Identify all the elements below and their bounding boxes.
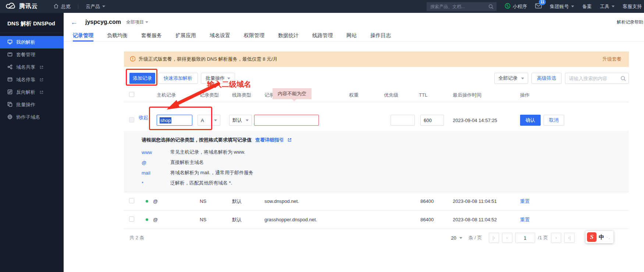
ttl-input[interactable]: [420, 115, 444, 126]
sidebar-item-plan-management[interactable]: 套餐管理: [0, 49, 64, 61]
column-line: 线路类型: [228, 92, 260, 99]
record-help-link[interactable]: 解析记录帮助: [617, 19, 643, 25]
ime-toolbar[interactable]: S 中 ·,: [586, 231, 613, 243]
topbar-search: [427, 2, 497, 11]
collapse-link[interactable]: 收起: [139, 114, 148, 121]
external-link-icon: [40, 65, 43, 70]
help-desc: 直接解析主域名: [170, 159, 204, 166]
batch-operation-dropdown[interactable]: 批量操作: [201, 73, 235, 84]
nav-products[interactable]: 云产品: [86, 3, 105, 10]
next-page-button[interactable]: ›: [551, 233, 561, 243]
first-page-button[interactable]: |‹: [489, 233, 499, 243]
sidebar-item-domain-sharing[interactable]: 域名共享: [0, 61, 64, 74]
page-number-input[interactable]: [515, 233, 535, 243]
tab-record-management[interactable]: 记录管理: [73, 31, 93, 42]
line-type-select[interactable]: 默认: [229, 115, 252, 126]
sidebar-item-domain-parking[interactable]: 域名停靠: [0, 74, 64, 86]
tab-extended-apps[interactable]: 扩展应用: [175, 31, 196, 42]
icp-filing[interactable]: 备案: [582, 3, 592, 10]
sidebar-item-collaborative-subdomain[interactable]: 协作子域名: [0, 111, 64, 124]
support-label: 客服支持: [623, 3, 642, 10]
reset-link[interactable]: 重置: [520, 198, 530, 204]
status-dot-icon: [146, 200, 148, 203]
last-page-button[interactable]: ›|: [564, 233, 574, 243]
record-toolbar: 添加记录 快速添加解析 批量操作 全部记录 高级筛选: [124, 73, 629, 84]
time-value: 2023-08-08 11:04:52: [448, 217, 516, 222]
chevron-down-icon: [227, 78, 230, 81]
advanced-filter-button[interactable]: 高级筛选: [531, 73, 562, 84]
record-edit-row: 收起 shop A 默认 2023-: [124, 102, 629, 131]
quick-add-button[interactable]: 快速添加解析: [158, 73, 198, 84]
sidebar-title: DNS 解析 DNSPod: [0, 13, 64, 33]
sidebar-item-reverse-resolution[interactable]: 反向解析: [0, 86, 64, 99]
view-guide-link[interactable]: 查看详细指引: [255, 137, 284, 143]
messages-button[interactable]: 11: [535, 3, 542, 10]
ime-language-indicator: 中: [599, 234, 604, 241]
host-record-selected-text: shop: [160, 117, 171, 124]
prev-page-button[interactable]: ‹: [502, 233, 512, 243]
external-link-icon: [40, 77, 43, 83]
tab-load-balancing[interactable]: 负载均衡: [107, 31, 128, 42]
record-value: grasshopper.dnspod.net.: [260, 217, 345, 222]
chevron-down-icon: [571, 6, 574, 9]
tab-operation-log[interactable]: 操作日志: [370, 31, 391, 42]
help-key-link[interactable]: @: [142, 160, 170, 165]
page-size-unit: 条 / 页: [469, 235, 482, 241]
domain-title: jyspcyg.com: [85, 19, 121, 25]
line-value: 默认: [228, 198, 260, 205]
row-checkbox[interactable]: [129, 216, 134, 222]
divider: [78, 4, 78, 9]
page-header: ← jyspcyg.com 全部项目 解析记录帮助: [64, 13, 644, 31]
topbar-search-input[interactable]: [427, 2, 497, 11]
reset-link[interactable]: 重置: [520, 217, 530, 222]
group-account[interactable]: 集团账号: [550, 3, 574, 10]
sidebar-item-batch-operation[interactable]: 批量操作: [0, 99, 64, 111]
external-link-icon: [288, 137, 292, 143]
swap-document-icon: [7, 89, 13, 96]
tab-website[interactable]: 网站: [346, 31, 357, 42]
error-tooltip: 内容不能为空: [273, 88, 312, 99]
column-actions: 操作: [516, 92, 629, 99]
nav-products-label: 云产品: [86, 3, 100, 10]
row-checkbox[interactable]: [129, 198, 134, 203]
table-row: @ NS 默认 grasshopper.dnspod.net. 86400 20…: [124, 211, 629, 229]
record-type-select[interactable]: A: [198, 115, 220, 126]
type-value: NS: [195, 198, 228, 204]
brand-name: 腾讯云: [19, 3, 38, 10]
weight-input[interactable]: [391, 115, 415, 126]
select-all-checkbox[interactable]: [129, 92, 134, 97]
tab-line-management[interactable]: 线路管理: [312, 31, 333, 42]
help-key-link[interactable]: *: [142, 180, 170, 186]
tab-data-statistics[interactable]: 数据统计: [278, 31, 299, 42]
mini-program[interactable]: 小程序: [505, 3, 527, 10]
page-size-select[interactable]: 20: [448, 233, 465, 243]
add-record-button[interactable]: 添加记录: [129, 73, 155, 84]
tools-menu[interactable]: 工具: [600, 3, 615, 10]
help-key-link[interactable]: www: [142, 150, 170, 155]
tencent-cloud-logo[interactable]: 腾讯云: [0, 2, 38, 11]
chevron-down-icon: [214, 119, 217, 123]
back-arrow-icon[interactable]: ←: [71, 19, 78, 26]
support-menu[interactable]: 客服支持: [623, 3, 642, 10]
mini-program-label: 小程序: [513, 3, 527, 10]
status-dot-icon: [146, 218, 148, 221]
sidebar-item-my-resolution[interactable]: 我的解析: [0, 36, 64, 49]
host-record-input[interactable]: shop: [157, 115, 192, 126]
help-key-link[interactable]: mail: [142, 170, 170, 176]
column-ttl: TTL: [414, 92, 448, 98]
chevron-down-icon: [612, 6, 615, 9]
tab-plan-services[interactable]: 套餐服务: [141, 31, 162, 42]
project-filter[interactable]: 全部项目: [126, 19, 148, 25]
record-filter-select[interactable]: 全部记录: [494, 73, 528, 84]
nav-overview[interactable]: 总览: [53, 3, 71, 10]
tab-domain-settings[interactable]: 域名设置: [210, 31, 230, 42]
upgrade-plan-link[interactable]: 升级套餐: [602, 56, 622, 62]
record-value-input[interactable]: [254, 115, 319, 126]
record-search-input[interactable]: [565, 73, 629, 84]
cancel-button[interactable]: 取消: [544, 115, 564, 126]
tab-permission-management[interactable]: 权限管理: [244, 31, 264, 42]
help-row: * 泛解析，匹配其他所有域名 *.: [142, 178, 629, 188]
record-value: sow.dnspod.net.: [260, 198, 345, 204]
table-header-row: 主机记录 记录类型 线路类型 记录值 权重 优先级 TTL 最后操作时间 操作: [124, 88, 629, 102]
confirm-button[interactable]: 确认: [520, 115, 541, 126]
